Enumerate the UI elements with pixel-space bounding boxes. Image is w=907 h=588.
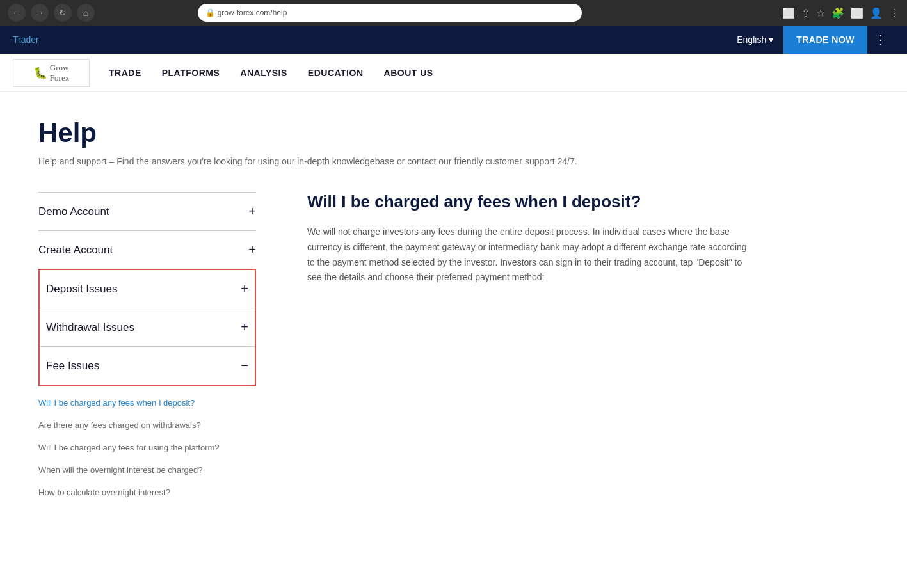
menu-icon[interactable]: ⋮: [889, 7, 899, 19]
language-chevron: ▾: [769, 35, 773, 45]
sidebar-item-create-account-icon: +: [248, 242, 256, 257]
home-button[interactable]: ⌂: [77, 4, 95, 22]
nav-analysis[interactable]: ANALYSIS: [240, 68, 287, 78]
article-body: We will not charge investors any fees du…: [307, 225, 755, 285]
sidebar: Demo Account + Create Account + Deposit …: [38, 192, 256, 509]
profile-icon[interactable]: 👤: [870, 7, 883, 19]
sidebar-item-deposit-issues-label: Deposit Issues: [46, 283, 118, 296]
top-nav: Trader English ▾ TRADE NOW ⋮: [0, 26, 907, 54]
sidebar-item-demo-account[interactable]: Demo Account +: [38, 192, 256, 230]
language-selector[interactable]: English ▾: [726, 35, 783, 45]
address-bar[interactable]: 🔒 grow-forex.com/help: [198, 4, 582, 22]
top-nav-right: English ▾ TRADE NOW ⋮: [726, 26, 894, 54]
subitem-fees-platform[interactable]: Will I be charged any fees for using the…: [38, 436, 256, 459]
window-icon[interactable]: ⬜: [851, 7, 863, 19]
logo-text: GrowForex: [50, 63, 69, 83]
sidebar-item-create-account[interactable]: Create Account +: [38, 230, 256, 269]
back-button[interactable]: ←: [8, 4, 26, 22]
sidebar-item-withdrawal-issues-label: Withdrawal Issues: [46, 321, 134, 334]
sidebar-item-withdrawal-issues[interactable]: Withdrawal Issues +: [40, 308, 255, 346]
main-nav-links: TRADE PLATFORMS ANALYSIS EDUCATION ABOUT…: [109, 68, 433, 78]
page-content: Help Help and support – Find the answers…: [0, 92, 907, 534]
nav-platforms[interactable]: PLATFORMS: [162, 68, 220, 78]
sidebar-item-demo-account-label: Demo Account: [38, 205, 109, 218]
sidebar-item-fee-issues-icon: −: [241, 358, 248, 373]
bookmark-icon[interactable]: ☆: [816, 7, 825, 19]
content-layout: Demo Account + Create Account + Deposit …: [38, 192, 869, 509]
share-icon[interactable]: ⇧: [801, 7, 810, 19]
sidebar-highlighted-group: Deposit Issues + Withdrawal Issues + Fee…: [38, 269, 256, 386]
nav-education[interactable]: EDUCATION: [308, 68, 364, 78]
logo-area[interactable]: 🐛 GrowForex: [13, 59, 90, 87]
refresh-button[interactable]: ↻: [54, 4, 72, 22]
main-article: Will I be charged any fees when I deposi…: [307, 192, 869, 285]
article-title: Will I be charged any fees when I deposi…: [307, 192, 869, 212]
url-text: grow-forex.com/help: [218, 8, 287, 17]
sidebar-subitems: Will I be charged any fees when I deposi…: [38, 386, 256, 509]
nav-about-us[interactable]: ABOUT US: [384, 68, 433, 78]
sidebar-item-fee-issues[interactable]: Fee Issues −: [40, 346, 255, 385]
sidebar-item-deposit-issues[interactable]: Deposit Issues +: [40, 270, 255, 308]
subitem-fees-deposit[interactable]: Will I be charged any fees when I deposi…: [38, 392, 256, 414]
subitem-overnight-charged[interactable]: When will the overnight interest be char…: [38, 459, 256, 481]
nav-trade[interactable]: TRADE: [109, 68, 141, 78]
forward-button[interactable]: →: [31, 4, 49, 22]
browser-chrome: ← → ↻ ⌂ 🔒 grow-forex.com/help ⬜ ⇧ ☆ 🧩 ⬜ …: [0, 0, 907, 26]
sidebar-item-deposit-issues-icon: +: [241, 282, 248, 296]
lock-icon: 🔒: [205, 8, 215, 17]
page-subtitle: Help and support – Find the answers you'…: [38, 156, 869, 166]
trade-now-button[interactable]: TRADE NOW: [783, 26, 867, 54]
sidebar-item-create-account-label: Create Account: [38, 244, 113, 257]
top-nav-menu-dots[interactable]: ⋮: [867, 33, 894, 47]
sidebar-item-fee-issues-label: Fee Issues: [46, 360, 99, 372]
trader-link[interactable]: Trader: [13, 35, 39, 45]
sidebar-item-demo-account-icon: +: [248, 204, 256, 219]
page-title: Help: [38, 118, 869, 148]
logo: 🐛 GrowForex: [13, 59, 90, 87]
language-label: English: [737, 35, 766, 45]
puzzle-icon[interactable]: 🧩: [831, 7, 844, 19]
subitem-fees-withdrawal[interactable]: Are there any fees charged on withdrawal…: [38, 414, 256, 436]
cast-icon[interactable]: ⬜: [782, 7, 795, 19]
main-nav: 🐛 GrowForex TRADE PLATFORMS ANALYSIS EDU…: [0, 54, 907, 92]
sidebar-item-withdrawal-issues-icon: +: [241, 320, 248, 335]
subitem-overnight-calculate[interactable]: How to calculate overnight interest?: [38, 481, 256, 504]
logo-icon: 🐛: [33, 66, 47, 80]
